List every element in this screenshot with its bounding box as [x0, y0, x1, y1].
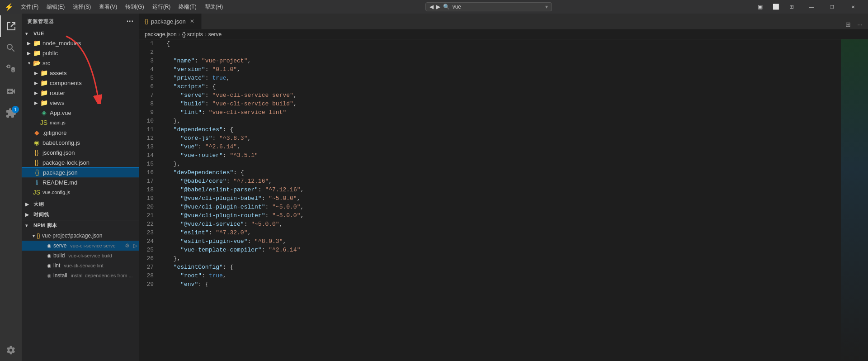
script-install-cmd: install dependencies from ... — [71, 273, 133, 278]
tree-item-components[interactable]: ▶ 📁 components — [22, 78, 139, 88]
tab-package-json[interactable]: {} package.json ✕ — [139, 14, 202, 29]
activity-search[interactable] — [0, 37, 22, 59]
close-button[interactable]: ✕ — [843, 0, 863, 14]
expand-icon: ▾ — [25, 59, 33, 66]
menu-terminal[interactable]: 终端(T) — [175, 2, 200, 12]
script-serve[interactable]: ◉ serve vue-cli-service serve ⚙ ▷ — [22, 241, 139, 251]
line-num-29: 29 — [139, 280, 157, 289]
tree-item-public[interactable]: ▶ 📁 public — [22, 48, 139, 58]
code-line-4: "version": "0.1.0", — [166, 65, 841, 74]
breadcrumb-serve[interactable]: serve — [208, 31, 222, 38]
spacer — [25, 159, 33, 166]
tree-item-gitignore[interactable]: ◆ .gitignore — [22, 128, 139, 138]
code-line-2 — [166, 48, 841, 57]
code-line-14: "vue-router": "^3.5.1" — [166, 151, 841, 160]
menu-select[interactable]: 选择(S) — [69, 2, 94, 12]
package-file-label: vue-project\package.json — [42, 233, 102, 239]
activity-source-control[interactable] — [0, 59, 22, 81]
code-line-1: { — [166, 39, 841, 48]
json-file-icon: {} — [33, 148, 41, 157]
spacer — [25, 139, 33, 146]
section-vue[interactable]: ▾ VUE — [22, 29, 139, 38]
tree-item-jsconfig[interactable]: {} jsconfig.json — [22, 147, 139, 157]
window-controls: — ❐ ✕ — [801, 0, 863, 14]
run-script-icon[interactable]: ▷ — [133, 242, 137, 249]
line-num-24: 24 — [139, 237, 157, 246]
nav-back-icon[interactable]: ◀ — [429, 4, 434, 10]
code-line-12: "core-js": "^3.8.3", — [166, 134, 841, 142]
search-dropdown-icon[interactable]: ▾ — [545, 4, 548, 10]
nav-forward-icon[interactable]: ▶ — [436, 4, 440, 10]
tree-item-views[interactable]: ▶ 📁 views — [22, 98, 139, 108]
line-num-21: 21 — [139, 211, 157, 220]
tree-item-src[interactable]: ▾ 📂 src — [22, 58, 139, 68]
section-outline[interactable]: ▶ 大纲 — [22, 199, 139, 209]
tree-item-assets[interactable]: ▶ 📁 assets — [22, 68, 139, 78]
layout-single-icon[interactable]: ▣ — [754, 3, 766, 11]
line-num-10: 10 — [139, 117, 157, 125]
section-timeline[interactable]: ▶ 时间线 — [22, 209, 139, 220]
gear-icon[interactable]: ⚙ — [125, 242, 130, 249]
activity-run-debug[interactable] — [0, 81, 22, 102]
script-lint[interactable]: ◉ lint vue-cli-service lint — [22, 261, 139, 271]
search-input[interactable] — [453, 4, 542, 10]
tree-item-package-lock[interactable]: {} package-lock.json — [22, 157, 139, 167]
expand-icon: ▶ — [33, 79, 40, 86]
tree-label: vue.config.js — [42, 190, 70, 195]
npm-package-file[interactable]: ▾ {} vue-project\package.json — [22, 231, 139, 241]
tree-item-babel[interactable]: ◉ babel.config.js — [22, 138, 139, 147]
activity-extensions[interactable] — [0, 102, 22, 124]
script-build[interactable]: ◉ build vue-cli-service build — [22, 251, 139, 261]
line-num-2: 2 — [139, 48, 157, 57]
line-num-14: 14 — [139, 151, 157, 160]
more-actions-icon[interactable]: ··· — [855, 20, 864, 29]
line-num-12: 12 — [139, 134, 157, 142]
tree-item-app-vue[interactable]: ◈ App.vue — [22, 108, 139, 118]
content-area: {} package.json ✕ ⊞ ··· package.json › {… — [139, 14, 868, 361]
minimize-button[interactable]: — — [801, 0, 822, 14]
script-install[interactable]: ◉ install install dependencies from ... — [22, 271, 139, 280]
menu-help[interactable]: 帮助(H) — [201, 2, 227, 12]
tree-label: main.js — [50, 120, 66, 125]
tree-item-main-js[interactable]: JS main.js — [22, 118, 139, 128]
line-num-16: 16 — [139, 168, 157, 177]
menu-goto[interactable]: 转到(G) — [122, 2, 147, 12]
editor-content[interactable]: { "name": "vue-project", "version": "0.1… — [163, 39, 841, 361]
spacer — [25, 189, 33, 196]
menu-view[interactable]: 查看(V) — [95, 2, 121, 12]
tree-item-node_modules[interactable]: ▶ 📁 node_modules — [22, 38, 139, 48]
breadcrumb-scripts[interactable]: {} scripts — [182, 31, 203, 38]
babel-file-icon: ◉ — [33, 138, 41, 147]
tree-item-package-json[interactable]: {} package.json — [22, 167, 139, 177]
tree-item-router[interactable]: ▶ 📁 router — [22, 88, 139, 98]
split-editor-icon[interactable]: ⊞ — [844, 20, 853, 29]
title-bar: ⚡ 文件(F) 编辑(E) 选择(S) 查看(V) 转到(G) 运行(R) 终端… — [0, 0, 868, 14]
breadcrumb-sep-1: › — [179, 31, 180, 38]
menu-run[interactable]: 运行(R) — [149, 2, 175, 12]
maximize-button[interactable]: ❐ — [822, 0, 843, 14]
tree-label: assets — [50, 70, 67, 76]
activity-settings[interactable] — [0, 339, 22, 361]
md-file-icon: ℹ — [33, 178, 41, 186]
expand-icon: ▶ — [25, 49, 33, 57]
folder-icon: 📁 — [40, 89, 48, 97]
file-explorer: ▾ VUE ▶ 📁 node_modules ▶ 📁 public ▾ 📂 sr… — [22, 29, 139, 361]
code-line-5: "private": true, — [166, 74, 841, 82]
tree-item-vue-config[interactable]: JS vue.config.js — [22, 187, 139, 197]
sidebar-header: 资源管理器 ··· — [22, 14, 139, 29]
section-npm-scripts[interactable]: ▾ NPM 脚本 — [22, 220, 139, 231]
tree-item-readme[interactable]: ℹ README.md — [22, 177, 139, 187]
tab-close-button[interactable]: ✕ — [189, 18, 196, 24]
activity-explorer[interactable] — [0, 15, 22, 37]
menu-file[interactable]: 文件(F) — [17, 2, 42, 12]
code-line-29: "env": { — [166, 280, 841, 289]
layout-split-icon[interactable]: ⬜ — [769, 3, 783, 11]
sidebar-more-button[interactable]: ··· — [127, 17, 134, 25]
menu-edit[interactable]: 编辑(E) — [43, 2, 68, 12]
search-bar[interactable]: ◀ ▶ 🔍 ▾ — [425, 2, 552, 11]
breadcrumb-file[interactable]: package.json — [145, 31, 177, 38]
code-line-8: "build": "vue-cli-service build", — [166, 100, 841, 108]
layout-grid-icon[interactable]: ⊞ — [786, 3, 797, 11]
script-build-cmd: vue-cli-service build — [68, 253, 112, 258]
chevron-down-icon: ▾ — [33, 233, 35, 238]
